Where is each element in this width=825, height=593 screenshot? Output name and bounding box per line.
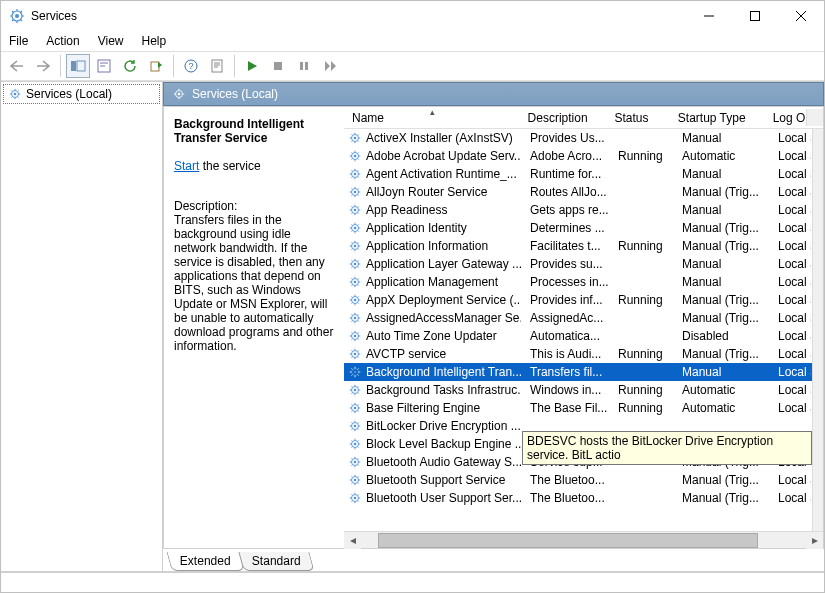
statusbar <box>1 572 824 592</box>
service-row[interactable]: Bluetooth Support ServiceThe Bluetoo...M… <box>344 471 812 489</box>
service-startup: Manual <box>674 200 770 220</box>
service-row[interactable]: Bluetooth User Support Ser...The Bluetoo… <box>344 489 812 507</box>
export-list-button[interactable] <box>144 54 168 78</box>
service-startup: Manual <box>674 164 770 184</box>
scroll-up-button[interactable] <box>806 109 823 126</box>
back-button[interactable] <box>5 54 29 78</box>
services-app-icon <box>9 8 25 24</box>
column-header-status[interactable]: Status <box>607 108 670 128</box>
service-startup: Disabled <box>674 326 770 346</box>
service-status <box>610 477 674 483</box>
service-description: Adobe Acro... <box>522 146 610 166</box>
service-startup: Manual <box>674 272 770 292</box>
service-startup <box>674 423 770 429</box>
service-startup: Manual (Trig... <box>674 236 770 256</box>
menu-action[interactable]: Action <box>44 33 81 49</box>
properties-button[interactable] <box>92 54 116 78</box>
gear-icon <box>348 149 362 163</box>
service-row[interactable]: Background Tasks Infrastruc...Windows in… <box>344 381 812 399</box>
service-row[interactable]: Application IdentityDetermines ...Manual… <box>344 219 812 237</box>
svg-rect-10 <box>274 62 282 70</box>
start-link[interactable]: Start <box>174 159 199 173</box>
menu-file[interactable]: File <box>7 33 30 49</box>
stop-service-button[interactable] <box>266 54 290 78</box>
gear-icon <box>348 275 362 289</box>
service-name: Application Identity <box>366 221 467 235</box>
sort-indicator-asc-icon: ▴ <box>430 108 435 117</box>
svg-point-26 <box>354 209 357 212</box>
restart-service-button[interactable] <box>318 54 342 78</box>
service-row[interactable]: ActiveX Installer (AxInstSV)Provides Us.… <box>344 129 812 147</box>
gear-icon <box>348 239 362 253</box>
maximize-button[interactable] <box>732 1 778 31</box>
service-row[interactable]: AVCTP serviceThis is Audi...RunningManua… <box>344 345 812 363</box>
service-startup: Manual (Trig... <box>674 308 770 328</box>
close-button[interactable] <box>778 1 824 31</box>
service-row[interactable]: Application Layer Gateway ...Provides su… <box>344 255 812 273</box>
service-description: Automatica... <box>522 326 610 346</box>
column-header-logon[interactable]: Log On <box>765 108 807 128</box>
menu-help[interactable]: Help <box>140 33 169 49</box>
forward-button[interactable] <box>31 54 55 78</box>
svg-rect-2 <box>751 12 760 21</box>
service-row[interactable]: Background Intelligent Tran...Transfers … <box>344 363 812 381</box>
menubar: File Action View Help <box>1 31 824 51</box>
pane-header: Services (Local) <box>163 82 824 106</box>
view-tabs: Extended Standard <box>163 549 824 571</box>
console-tree[interactable]: Services (Local) <box>1 81 163 572</box>
tree-node-services-local[interactable]: Services (Local) <box>3 84 160 104</box>
service-startup: Manual <box>674 362 770 382</box>
gear-icon <box>348 347 362 361</box>
column-header-description[interactable]: Description <box>520 108 607 128</box>
help-button[interactable]: ? <box>179 54 203 78</box>
svg-point-24 <box>354 191 357 194</box>
start-service-button[interactable] <box>240 54 264 78</box>
service-row[interactable]: Adobe Acrobat Update Serv...Adobe Acro..… <box>344 147 812 165</box>
titlebar[interactable]: Services <box>1 1 824 31</box>
minimize-button[interactable] <box>686 1 732 31</box>
service-row[interactable]: AppX Deployment Service (...Provides inf… <box>344 291 812 309</box>
gear-icon <box>348 419 362 433</box>
svg-point-1 <box>15 14 19 18</box>
tab-standard[interactable]: Standard <box>238 552 314 571</box>
column-header-name[interactable]: Name▴ <box>344 108 520 128</box>
service-row[interactable]: App ReadinessGets apps re...ManualLocal … <box>344 201 812 219</box>
svg-point-36 <box>354 299 357 302</box>
scrollbar-thumb[interactable] <box>378 533 758 548</box>
service-status <box>610 369 674 375</box>
service-status <box>610 225 674 231</box>
service-startup: Manual (Trig... <box>674 218 770 238</box>
service-row[interactable]: AllJoyn Router ServiceRoutes AllJo...Man… <box>344 183 812 201</box>
description-label: Description: <box>174 199 334 213</box>
gear-icon <box>348 185 362 199</box>
service-row[interactable]: AssignedAccessManager Se...AssignedAc...… <box>344 309 812 327</box>
properties-sheet-button[interactable] <box>205 54 229 78</box>
service-logon: Local Sy <box>770 236 812 256</box>
refresh-button[interactable] <box>118 54 142 78</box>
scroll-right-button[interactable]: ▸ <box>806 532 823 549</box>
service-description: Determines ... <box>522 218 610 238</box>
service-row[interactable]: Auto Time Zone UpdaterAutomatica...Disab… <box>344 327 812 345</box>
pause-service-button[interactable] <box>292 54 316 78</box>
service-row[interactable]: Application InformationFacilitates t...R… <box>344 237 812 255</box>
scroll-left-button[interactable]: ◂ <box>344 532 361 549</box>
vertical-scrollbar[interactable] <box>812 129 823 531</box>
menu-view[interactable]: View <box>96 33 126 49</box>
list-header: Name▴ Description Status Startup Type Lo… <box>344 107 823 129</box>
description-text: Transfers files in the background using … <box>174 213 334 353</box>
svg-point-30 <box>354 245 357 248</box>
tab-extended[interactable]: Extended <box>166 552 244 571</box>
service-description: The Base Fil... <box>522 398 610 418</box>
service-row[interactable]: Agent Activation Runtime_...Runtime for.… <box>344 165 812 183</box>
list-body[interactable]: ActiveX Installer (AxInstSV)Provides Us.… <box>344 129 823 531</box>
show-hide-tree-button[interactable] <box>66 54 90 78</box>
horizontal-scrollbar[interactable]: ◂ ▸ <box>344 531 823 548</box>
tooltip: BDESVC hosts the BitLocker Drive Encrypt… <box>522 431 812 465</box>
service-logon: Local Sy <box>770 164 812 184</box>
gear-icon <box>348 401 362 415</box>
service-row[interactable]: Application ManagementProcesses in...Man… <box>344 273 812 291</box>
column-header-startup[interactable]: Startup Type <box>670 108 765 128</box>
start-service-line: Start the service <box>174 159 334 173</box>
service-row[interactable]: Base Filtering EngineThe Base Fil...Runn… <box>344 399 812 417</box>
gear-icon <box>348 167 362 181</box>
